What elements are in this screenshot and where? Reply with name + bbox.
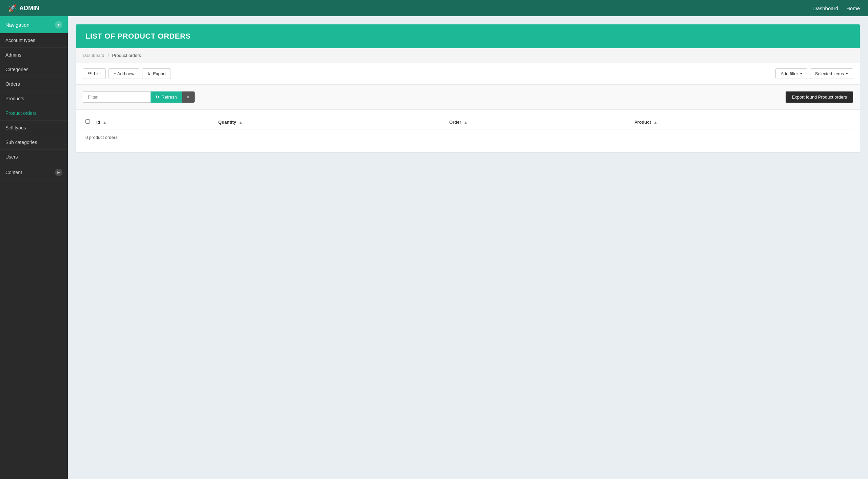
th-checkbox <box>83 115 94 129</box>
table-head: Id ▲ Quantity ▲ Order ▲ <box>83 115 853 129</box>
sidebar-item-admins[interactable]: Admins <box>0 48 68 62</box>
sidebar-section-arrow[interactable]: ► <box>55 169 62 176</box>
sidebar-item-users[interactable]: Users <box>0 150 68 164</box>
export-icon: ↳ <box>147 71 151 76</box>
topbar-home-link[interactable]: Home <box>846 5 860 11</box>
table-body: 0 product orders <box>83 129 853 145</box>
topbar: 🚀 ADMIN Dashboard Home <box>0 0 868 16</box>
sort-quantity-icon: ▲ <box>239 120 242 124</box>
sidebar-item-account-types[interactable]: Account types <box>0 33 68 48</box>
table-header-row: Id ▲ Quantity ▲ Order ▲ <box>83 115 853 129</box>
content-card: LIST OF PRODUCT ORDERS Dashboard / Produ… <box>76 24 860 152</box>
data-table: Id ▲ Quantity ▲ Order ▲ <box>83 115 853 145</box>
breadcrumb-root[interactable]: Dashboard <box>83 53 104 58</box>
sort-product-icon: ▲ <box>654 120 657 124</box>
sidebar-section-content[interactable]: Content ► <box>0 164 68 181</box>
toolbar: ☷ List + Add new ↳ Export Add filter Sel… <box>76 63 860 85</box>
topbar-nav: Dashboard Home <box>813 5 860 11</box>
sidebar-item-sub-categories[interactable]: Sub categories <box>0 135 68 150</box>
toolbar-right: Add filter Selected items <box>775 68 853 79</box>
main-content: LIST OF PRODUCT ORDERS Dashboard / Produ… <box>68 16 868 479</box>
selected-items-button[interactable]: Selected items <box>810 68 853 79</box>
export-found-button[interactable]: Export found Product orders <box>786 91 853 103</box>
th-quantity[interactable]: Quantity ▲ <box>216 115 447 129</box>
sidebar-nav-label: Navigation <box>5 22 29 28</box>
filter-input[interactable] <box>83 91 151 103</box>
export-button[interactable]: ↳ Export <box>142 68 171 79</box>
brand-icon: 🚀 <box>8 4 17 12</box>
sidebar-item-orders[interactable]: Orders <box>0 77 68 91</box>
brand: 🚀 ADMIN <box>8 4 39 12</box>
sidebar-item-categories[interactable]: Categories <box>0 62 68 77</box>
clear-icon: ✕ <box>186 95 190 100</box>
sort-id-icon: ▲ <box>103 120 106 124</box>
sort-order-icon: ▲ <box>464 120 468 124</box>
filter-left: ↻ Refresh ✕ <box>83 91 195 103</box>
refresh-icon: ↻ <box>156 95 159 100</box>
breadcrumb-separator: / <box>107 53 109 58</box>
select-all-checkbox[interactable] <box>85 119 90 124</box>
brand-name: ADMIN <box>19 5 39 12</box>
sidebar: Navigation ▼ Account types Admins Catego… <box>0 16 68 479</box>
sidebar-item-products[interactable]: Products <box>0 91 68 106</box>
page-header: LIST OF PRODUCT ORDERS <box>76 24 860 48</box>
sidebar-nav-chevron[interactable]: ▼ <box>55 21 62 28</box>
add-filter-button[interactable]: Add filter <box>775 68 807 79</box>
list-button[interactable]: ☷ List <box>83 68 106 79</box>
layout: Navigation ▼ Account types Admins Catego… <box>0 16 868 479</box>
table-area: Id ▲ Quantity ▲ Order ▲ <box>76 115 860 152</box>
add-new-button[interactable]: + Add new <box>108 68 139 79</box>
th-product[interactable]: Product ▲ <box>632 115 853 129</box>
th-order[interactable]: Order ▲ <box>447 115 632 129</box>
sidebar-item-sell-types[interactable]: Sell types <box>0 121 68 135</box>
sidebar-item-product-orders[interactable]: Product orders <box>0 106 68 121</box>
empty-message: 0 product orders <box>83 129 853 145</box>
refresh-button[interactable]: ↻ Refresh <box>151 91 182 103</box>
filter-area: ↻ Refresh ✕ Export found Product orders <box>76 85 860 110</box>
list-icon: ☷ <box>88 71 92 76</box>
topbar-dashboard-link[interactable]: Dashboard <box>813 5 838 11</box>
th-id[interactable]: Id ▲ <box>94 115 216 129</box>
breadcrumb: Dashboard / Product orders <box>76 48 860 63</box>
clear-filter-button[interactable]: ✕ <box>182 91 195 103</box>
sidebar-nav-header[interactable]: Navigation ▼ <box>0 16 68 33</box>
page-title: LIST OF PRODUCT ORDERS <box>85 32 850 41</box>
breadcrumb-current: Product orders <box>112 53 141 58</box>
empty-row: 0 product orders <box>83 129 853 145</box>
sidebar-section-label: Content <box>5 170 22 175</box>
